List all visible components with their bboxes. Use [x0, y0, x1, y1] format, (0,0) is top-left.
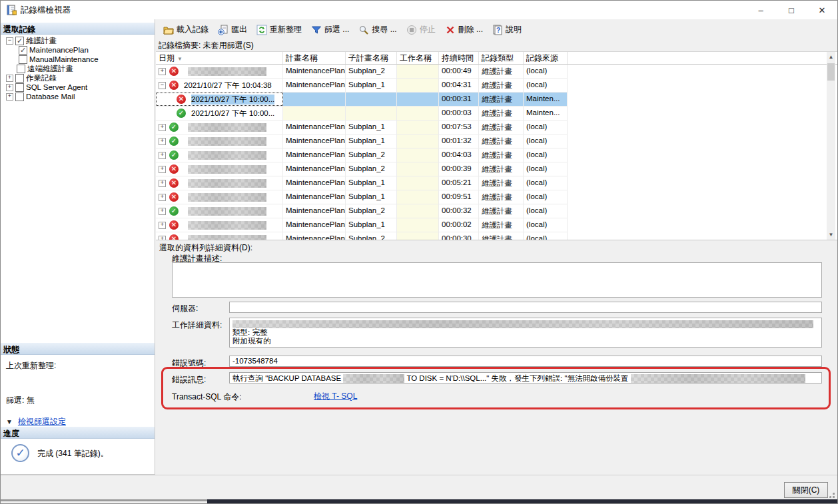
log-row[interactable]: +✕MaintenancePlanSubplan_200:00:30維護計畫(l…	[156, 232, 568, 240]
toolbar-button-search[interactable]: 搜尋 ...	[354, 22, 401, 37]
expand-row-icon[interactable]: +	[159, 222, 166, 229]
plan-name-cell: MaintenancePlan	[283, 79, 346, 92]
collapse-icon[interactable]: −	[6, 37, 13, 45]
log-source-cell: (local)	[524, 79, 568, 92]
tree-item-遠端維護計畫[interactable]: 遠端維護計畫	[1, 64, 155, 73]
resize-grip[interactable]	[827, 491, 835, 499]
expand-icon[interactable]: +	[6, 93, 13, 101]
tree-item-作業記錄[interactable]: +作業記錄	[1, 73, 155, 83]
column-header-3[interactable]: 工作名稱	[397, 52, 439, 64]
redacted-date	[188, 193, 266, 202]
toolbar-button-export[interactable]: 匯出	[213, 22, 252, 37]
toolbar-button-refresh[interactable]: 重新整理	[252, 22, 306, 37]
column-header-4[interactable]: 持續時間	[439, 52, 479, 64]
log-row[interactable]: +✕MaintenancePlanSubplan_200:00:39維護計畫(l…	[156, 162, 568, 176]
vertical-scrollbar[interactable]: ▲ ▼	[827, 52, 835, 240]
load-log-icon	[163, 25, 174, 35]
expand-row-icon[interactable]: +	[159, 236, 166, 241]
plan-name-cell: MaintenancePlan	[283, 162, 346, 176]
subplan-name-cell: Subplan_1	[346, 190, 397, 204]
expand-row-icon[interactable]: +	[159, 180, 166, 187]
log-row[interactable]: ✕2021/10/27 下午 10:00...00:00:31維護計畫Maint…	[156, 93, 568, 107]
view-filter-settings-link[interactable]: 檢視篩選設定	[18, 417, 66, 426]
subplan-name-cell: Subplan_1	[346, 134, 397, 148]
toolbar-button-delete[interactable]: 刪除 ...	[440, 22, 488, 37]
log-type-cell: 維護計畫	[479, 176, 524, 190]
view-tsql-link[interactable]: 檢視 T- SQL	[314, 391, 357, 402]
expand-row-icon[interactable]: +	[159, 166, 166, 173]
filter-status-text: 篩選: 無	[6, 395, 160, 406]
toolbar-button-help[interactable]: ?說明	[488, 22, 526, 37]
date-cell: +✕	[156, 218, 283, 232]
expand-row-icon[interactable]: +	[159, 138, 166, 145]
log-row[interactable]: +✓MaintenancePlanSubplan_200:00:32維護計畫(l…	[156, 204, 568, 218]
job-name-cell	[397, 232, 439, 240]
tree-item-label: ManualMaintenance	[29, 55, 99, 63]
toolbar-button-load-log[interactable]: 載入記錄	[159, 22, 213, 37]
close-window-button[interactable]: ✕	[807, 1, 837, 19]
scroll-up-icon[interactable]: ▲	[827, 52, 835, 62]
log-row[interactable]: +✕MaintenancePlanSubplan_100:05:21維護計畫(l…	[156, 176, 568, 190]
log-row[interactable]: +✕MaintenancePlanSubplan_200:00:49維護計畫(l…	[156, 65, 568, 79]
date-cell: −✕2021/10/27 下午 10:04:38	[156, 79, 283, 92]
column-header-2[interactable]: 子計畫名稱	[346, 52, 397, 64]
column-header-1[interactable]: 計畫名稱	[283, 52, 346, 64]
checkbox-checked[interactable]: ✓	[15, 37, 24, 45]
progress-done-check-icon: ✓	[11, 444, 29, 462]
details-section-label: 選取的資料列詳細資料(D):	[159, 242, 252, 254]
job-details-line2: 類型: 完整	[232, 328, 267, 336]
duration-cell: 00:01:32	[439, 134, 479, 148]
checkbox-unchecked[interactable]	[15, 93, 24, 101]
subplan-name-cell	[346, 93, 397, 106]
progress-text: 完成 (341 筆記錄)。	[37, 444, 109, 459]
maximize-button[interactable]: □	[776, 1, 807, 19]
log-row[interactable]: ✓2021/10/27 下午 10:00...00:00:03維護計畫Maint…	[156, 107, 568, 121]
tree-item-維護計畫[interactable]: −✓維護計畫	[1, 36, 155, 45]
success-status-icon: ✓	[169, 150, 179, 160]
expand-icon[interactable]: +	[6, 84, 13, 91]
duration-cell: 00:07:53	[439, 121, 479, 134]
column-header-5[interactable]: 記錄類型	[479, 52, 524, 64]
checkbox-unchecked[interactable]	[15, 83, 24, 92]
toolbar-button-label: 匯出	[231, 24, 247, 35]
log-type-cell: 維護計畫	[479, 232, 524, 240]
redacted-job-detail	[232, 320, 813, 328]
expand-row-icon[interactable]: +	[159, 124, 166, 131]
expand-icon[interactable]: +	[6, 75, 13, 82]
collapse-row-icon[interactable]: −	[159, 82, 166, 89]
expand-row-icon[interactable]: +	[159, 194, 166, 201]
log-viewer-app-icon	[6, 5, 17, 15]
expand-row-icon[interactable]: +	[159, 68, 166, 75]
log-row[interactable]: +✕MaintenancePlanSubplan_100:00:02維護計畫(l…	[156, 218, 568, 232]
log-row[interactable]: +✕MaintenancePlanSubplan_100:09:51維護計畫(l…	[156, 190, 568, 204]
tree-item-sql-server-agent[interactable]: +SQL Server Agent	[1, 83, 155, 92]
toolbar-button-filter[interactable]: 篩選 ...	[306, 22, 354, 37]
job-details-box: 類型: 完整 附加現有的	[229, 318, 822, 348]
checkbox-unchecked[interactable]	[19, 55, 27, 64]
close-button[interactable]: 關閉(C)	[784, 482, 828, 498]
subplan-name-cell: Subplan_1	[346, 79, 397, 92]
checkbox-unchecked[interactable]	[15, 74, 24, 83]
log-row[interactable]: −✕2021/10/27 下午 10:04:38MaintenancePlanS…	[156, 79, 568, 93]
scrollbar-thumb[interactable]	[827, 63, 835, 81]
checkbox-unchecked[interactable]	[17, 65, 25, 73]
log-row[interactable]: +✓MaintenancePlanSubplan_100:01:32維護計畫(l…	[156, 134, 568, 148]
expand-row-icon[interactable]: +	[159, 152, 166, 159]
date-text: 2021/10/27 下午 10:00...	[191, 109, 274, 119]
expand-row-icon[interactable]: +	[159, 208, 166, 215]
error-number-box: -1073548784	[229, 356, 822, 367]
column-header-6[interactable]: 記錄來源	[524, 52, 568, 64]
log-row[interactable]: +✓MaintenancePlanSubplan_100:07:53維護計畫(l…	[156, 121, 568, 134]
column-header-0[interactable]: 日期▼	[156, 52, 283, 64]
window-title: 記錄檔檢視器	[21, 5, 71, 16]
scroll-down-icon[interactable]: ▼	[827, 230, 835, 240]
log-row[interactable]: +✓MaintenancePlanSubplan_200:04:03維護計畫(l…	[156, 148, 568, 162]
minimize-button[interactable]: –	[745, 1, 776, 19]
tree-item-manualmaintenance[interactable]: ManualMaintenance	[1, 55, 155, 64]
checkbox-checked[interactable]: ✓	[19, 46, 27, 55]
tree-item-database-mail[interactable]: +Database Mail	[1, 92, 155, 101]
export-icon	[218, 25, 228, 35]
tree-item-maintenanceplan[interactable]: ✓MaintenancePlan	[1, 45, 155, 55]
error-message-label: 錯誤訊息:	[172, 374, 206, 385]
log-source-cell: (local)	[524, 190, 568, 204]
